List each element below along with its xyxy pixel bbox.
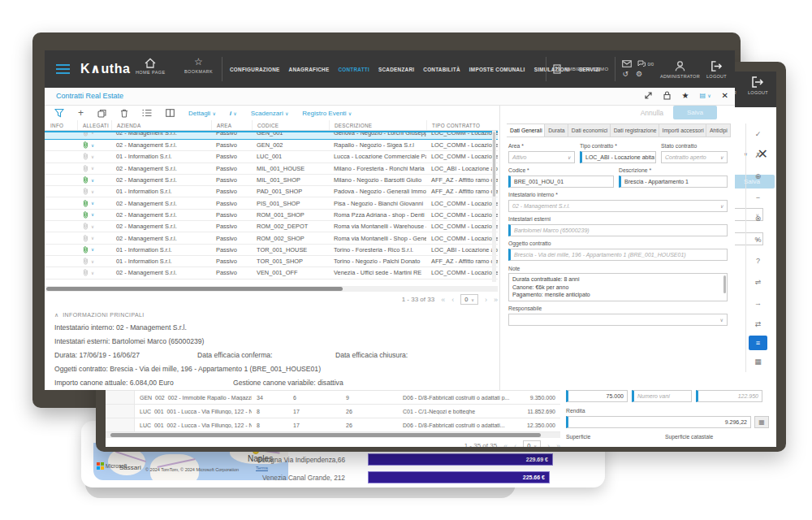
table-row[interactable]: ∨ 01 - Information S.r.l. Passivo TOR_00… [45, 245, 498, 256]
table-row[interactable]: LUC_001_001 - Lucca - Via Fillungo, 122 … [106, 405, 560, 418]
responsabile-select[interactable]: ∨ [508, 314, 728, 326]
horizontal-scrollbar[interactable] [106, 432, 560, 438]
paperclip-icon[interactable] [82, 222, 89, 231]
nav-item[interactable]: CONTRATTI [338, 67, 369, 72]
paperclip-icon[interactable] [82, 199, 89, 208]
paperclip-icon[interactable] [82, 257, 89, 266]
side-toolbar-icon[interactable]: % [746, 229, 770, 250]
side-toolbar-icon[interactable]: ≡ [749, 336, 767, 350]
row-handle[interactable] [106, 405, 135, 418]
note-textarea[interactable]: Durata contrattuale: 8 anni Canone: €6k … [508, 273, 728, 301]
paperclip-icon[interactable] [82, 141, 89, 150]
column-header-allegati[interactable]: ALLEGATI [77, 120, 111, 130]
logout-button[interactable]: LOGOUT [706, 60, 727, 79]
paperclip-icon[interactable] [82, 176, 89, 184]
info-section-header[interactable]: ∧ INFORMAZIONI PRINCIPALI [54, 312, 145, 318]
chevron-down-icon[interactable]: ∨ [91, 154, 94, 159]
column-header-descrizione[interactable]: DESCRIZIONE [329, 120, 426, 130]
rendita-field[interactable]: 9.296,22 [566, 416, 751, 428]
table-row[interactable]: ∨ 02 - Management S.r.l. Passivo MIL_001… [45, 163, 498, 175]
column-header-tipo-contratto[interactable]: TIPO CONTRATTO [426, 120, 498, 130]
add-icon[interactable]: + [78, 109, 84, 117]
side-toolbar-icon[interactable]: − [746, 187, 770, 208]
dettagli-menu[interactable]: Dettagli ∨ [188, 110, 216, 117]
logout-button[interactable]: LOGOUT [748, 76, 768, 95]
side-toolbar-icon[interactable]: ⇌ [746, 271, 770, 292]
intestatari-esterni-field[interactable]: Bartolomei Marco (65000239) [508, 224, 728, 236]
app-logo[interactable]: K∧utha [80, 61, 130, 76]
column-header-area[interactable]: AREA [211, 120, 252, 130]
chevron-down-icon[interactable]: ∨ [91, 259, 94, 264]
calculator-icon[interactable]: ▦ [754, 416, 769, 428]
side-toolbar-icon[interactable]: ▦ [746, 351, 770, 372]
table-row[interactable]: GEN_002_002 - Immobile Rapallo - Magazzi… [106, 391, 560, 405]
scadenzari-menu[interactable]: Scadenzari ∨ [251, 110, 289, 117]
prev-page-icon[interactable]: ‹ [451, 296, 454, 304]
copy-icon[interactable] [97, 109, 106, 118]
paperclip-icon[interactable] [82, 164, 89, 173]
detail-tab[interactable]: Durata [545, 124, 568, 137]
table-row[interactable]: LUC_001_002 - Lucca - Via Fillungo, 122 … [106, 418, 560, 432]
detail-tab[interactable]: Dati registrazione [611, 124, 659, 137]
detail-tab[interactable]: Dati Generali [507, 124, 545, 137]
column-header-info[interactable]: INFO [45, 120, 77, 130]
gear-icon[interactable]: ⚙ [636, 70, 642, 78]
nav-item[interactable]: CONTABILITÀ [423, 67, 460, 72]
table-row[interactable]: ∨ 02 - Management S.r.l. Passivo VEN_001… [45, 267, 498, 279]
collapse-icon[interactable]: ∧ [54, 312, 59, 318]
detail-tab[interactable]: Importi accessori [659, 124, 706, 137]
table-row[interactable]: ∨ 01 - Information S.r.l. Passivo PAD_00… [45, 186, 498, 197]
column-header-azienda[interactable]: AZIENDA [111, 120, 211, 130]
row-handle[interactable] [106, 418, 135, 431]
nav-item[interactable]: ANAGRAFICHE [289, 67, 330, 72]
history-icon[interactable]: ↺ [622, 70, 628, 78]
nav-item[interactable]: IMPOSTE COMUNALI [469, 67, 525, 72]
chevron-down-icon[interactable]: ∨ [91, 131, 94, 135]
table-row[interactable]: ∨ 02 - Management S.r.l. Passivo ROM_001… [45, 210, 498, 221]
table-row[interactable]: ∨ 02 - Management S.r.l. Passivo MIL_001… [45, 175, 498, 186]
numero-vani-field[interactable]: Numero vani [632, 390, 692, 402]
valore-field[interactable]: 75.000 [566, 390, 628, 402]
chevron-down-icon[interactable]: ∨ [91, 271, 94, 275]
registro-eventi-menu[interactable]: Registro Eventi ∨ [302, 110, 352, 117]
chevron-down-icon[interactable]: ∨ [91, 201, 94, 206]
column-header-codice[interactable]: CODICE [252, 120, 329, 130]
first-page-icon[interactable]: « [503, 442, 508, 448]
mail-icon[interactable] [622, 60, 632, 67]
chevron-down-icon[interactable]: ∨ [91, 143, 94, 148]
next-page-icon[interactable]: › [547, 442, 550, 448]
chevron-down-icon[interactable]: ∨ [91, 166, 94, 171]
close-icon[interactable]: ✕ [722, 91, 728, 100]
side-toolbar-icon[interactable]: ? [746, 250, 770, 271]
side-toolbar-icon[interactable]: ⊗ [746, 208, 770, 229]
paperclip-icon[interactable] [82, 152, 89, 161]
descrizione-field[interactable]: Brescia - Appartamento 1 [619, 176, 728, 188]
paperclip-icon[interactable] [82, 187, 89, 196]
oggetto-contratto-field[interactable]: Brescia - Via dei mille, 196 - Appartame… [508, 249, 728, 261]
first-page-icon[interactable]: « [441, 296, 445, 304]
codice-field[interactable]: BRE_001_HOU_01 [508, 176, 614, 188]
info-menu[interactable]: i ∨ [230, 110, 237, 117]
chevron-down-icon[interactable]: ∨ [91, 212, 94, 217]
delete-icon[interactable] [120, 109, 128, 118]
intestatario-interno-select[interactable]: 02 - Management S.r.l.∨ [508, 200, 728, 212]
next-page-icon[interactable]: › [485, 296, 487, 304]
chevron-down-icon[interactable]: ∨ [91, 189, 94, 194]
home-page-button[interactable]: HOME PAGE [136, 58, 166, 75]
bookmark-button[interactable]: ☆ BOOKMARK [184, 57, 213, 74]
row-handle[interactable] [106, 391, 135, 404]
map-terms-link[interactable]: Terms [256, 466, 268, 470]
table-row[interactable]: ∨ 02 - Management S.r.l. Passivo GEN_002… [45, 140, 498, 151]
side-toolbar-icon[interactable]: ✓ [746, 124, 770, 145]
textarea-scrollbar[interactable] [723, 275, 726, 293]
chevron-down-icon[interactable]: ∨ [91, 178, 94, 183]
chat-counter[interactable]: 0/0 [637, 60, 654, 67]
stato-contratto-select[interactable]: Contratto aperto∨ [661, 151, 728, 163]
page-select[interactable]: 0∨ [460, 294, 478, 305]
layout-icon[interactable]: ▤ ∨ [699, 92, 710, 99]
table-row[interactable]: ∨ 02 - Management S.r.l. Passivo PIS_001… [45, 197, 498, 209]
table-row[interactable]: ∨ 01 - Information S.r.l. Passivo TOR_00… [45, 256, 498, 267]
detail-tab[interactable]: Dati economici [568, 124, 611, 137]
last-page-icon[interactable]: » [494, 296, 498, 304]
last-page-icon[interactable]: » [556, 442, 560, 448]
